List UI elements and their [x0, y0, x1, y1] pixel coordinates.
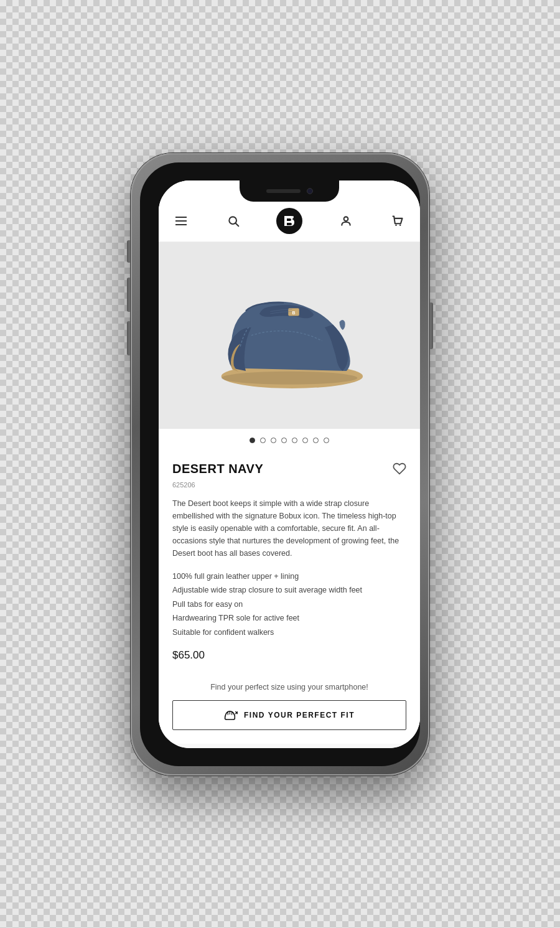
- menu-icon[interactable]: [172, 212, 190, 230]
- phone-screen: B: [159, 180, 420, 748]
- feature-3: Pull tabs for easy on: [172, 598, 406, 612]
- product-price: $65.00: [172, 649, 406, 662]
- svg-line-1: [235, 223, 238, 226]
- feature-2: Adjustable wide strap closure to suit av…: [172, 583, 406, 598]
- carousel-dot-5[interactable]: [292, 438, 297, 443]
- product-title-row: DESERT NAVY: [172, 462, 406, 479]
- screen-content: B: [159, 180, 420, 748]
- product-features: 100% full grain leather upper + lining A…: [172, 569, 406, 640]
- menu-line-1: [175, 217, 187, 218]
- power-button: [430, 302, 433, 349]
- cart-icon[interactable]: [389, 212, 406, 230]
- volume-up-button: [127, 278, 130, 312]
- phone-wrapper: B: [118, 134, 442, 794]
- carousel-dot-4[interactable]: [281, 438, 287, 443]
- find-fit-section: Find your perfect size using your smartp…: [159, 683, 420, 744]
- account-icon[interactable]: [337, 212, 355, 230]
- carousel-dot-8[interactable]: [324, 438, 329, 443]
- carousel-dot-1[interactable]: [250, 438, 255, 443]
- carousel-dot-2[interactable]: [260, 438, 266, 443]
- brand-logo[interactable]: [276, 208, 302, 234]
- carousel-dots: [159, 429, 420, 452]
- svg-point-3: [395, 224, 397, 226]
- find-fit-button[interactable]: FIND YOUR PERFECT FIT: [172, 700, 406, 730]
- wishlist-icon[interactable]: [393, 462, 406, 479]
- product-sku: 625206: [172, 481, 406, 489]
- find-fit-tagline: Find your perfect size using your smartp…: [172, 683, 406, 691]
- notch-speaker: [266, 189, 301, 193]
- product-info: DESERT NAVY 625206 The Desert boot keeps…: [159, 452, 420, 683]
- shoe-image: B: [202, 261, 376, 410]
- search-icon[interactable]: [225, 212, 242, 230]
- svg-point-2: [343, 217, 348, 221]
- phone-inner: B: [140, 162, 420, 766]
- find-fit-button-text: FIND YOUR PERFECT FIT: [244, 711, 355, 719]
- svg-point-4: [399, 224, 401, 226]
- mute-button: [127, 240, 130, 263]
- volume-down-button: [127, 321, 130, 355]
- menu-line-2: [175, 220, 187, 222]
- product-image-area: B: [159, 242, 420, 429]
- phone-shell: B: [131, 153, 429, 776]
- carousel-dot-7[interactable]: [313, 438, 319, 443]
- menu-line-3: [175, 224, 187, 225]
- carousel-dot-3[interactable]: [271, 438, 276, 443]
- notch-camera: [307, 188, 313, 194]
- carousel-dot-6[interactable]: [302, 438, 308, 443]
- product-title: DESERT NAVY: [172, 462, 263, 476]
- svg-point-8: [222, 371, 358, 384]
- svg-text:B: B: [292, 310, 295, 314]
- feature-4: Hardwearing TPR sole for active feet: [172, 611, 406, 626]
- feature-1: 100% full grain leather upper + lining: [172, 569, 406, 584]
- fit-icon: [224, 710, 238, 721]
- phone-notch: [240, 180, 339, 202]
- feature-5: Suitable for confident walkers: [172, 626, 406, 640]
- menu-lines: [175, 217, 187, 225]
- product-description: The Desert boot keeps it simple with a w…: [172, 497, 406, 560]
